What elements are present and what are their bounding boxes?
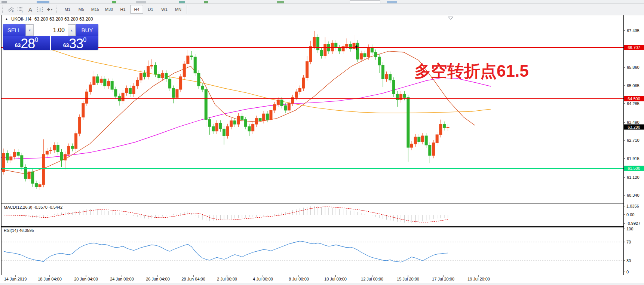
price-axis-label: 63.490 xyxy=(627,120,640,125)
candle xyxy=(183,64,185,77)
candle xyxy=(244,120,247,127)
price-badge: 64.500 xyxy=(628,96,640,101)
candle xyxy=(172,88,175,98)
time-axis-label: 2 Jul 00:00 xyxy=(217,277,237,281)
time-axis[interactable]: 14 Jun 201918 Jun 04:0020 Jun 04:0024 Ju… xyxy=(4,275,490,281)
price-badge: 66.707 xyxy=(628,45,640,50)
candle xyxy=(42,154,45,185)
sell-price-sup: 0 xyxy=(35,37,38,43)
horizontal-levels[interactable] xyxy=(1,48,623,168)
candle xyxy=(169,79,171,88)
candle xyxy=(161,73,164,78)
volume-stepper: ▾ 1.00 ▴ xyxy=(25,24,76,36)
rsi-axis-label: 100 xyxy=(626,227,633,231)
buy-price[interactable]: 63 33 0 xyxy=(51,36,98,50)
volume-decrease-button[interactable]: ▾ xyxy=(26,24,34,36)
candle xyxy=(46,151,48,154)
candle xyxy=(259,119,261,121)
candle xyxy=(125,88,128,93)
chart-title: ▲ UKOil-,H4 63.280 63.280 63.280 63.280 xyxy=(5,16,93,22)
mt4-window: EFAT✥▾ M1M5M15M30H1H4D1W1MN ▲ UKOil-,H4 … xyxy=(0,0,644,285)
candle xyxy=(432,143,435,156)
candle xyxy=(86,92,88,103)
candle xyxy=(284,105,287,110)
candle xyxy=(143,73,146,77)
candle xyxy=(316,37,319,50)
candle xyxy=(324,44,326,56)
price-axis-label: 65.065 xyxy=(627,83,640,88)
candle xyxy=(75,134,77,148)
candle xyxy=(349,44,352,49)
candle xyxy=(122,93,124,101)
time-axis-label: 28 Jun 04:00 xyxy=(181,277,205,281)
candle xyxy=(17,152,19,156)
buy-button[interactable]: BUY xyxy=(76,24,98,36)
chart-markers xyxy=(355,17,453,50)
candle xyxy=(230,121,233,127)
candle xyxy=(212,126,214,131)
candle xyxy=(201,86,204,89)
collapse-arrow-icon[interactable]: ▲ xyxy=(5,17,8,21)
candle xyxy=(331,43,334,51)
candle xyxy=(56,145,59,152)
candle xyxy=(266,114,269,120)
ma-redorange xyxy=(1,51,475,174)
candle xyxy=(100,79,102,82)
candle xyxy=(39,184,41,187)
price-axis-label: 67.435 xyxy=(627,28,640,33)
sell-button[interactable]: SELL xyxy=(3,24,25,36)
candle xyxy=(233,121,236,124)
candle xyxy=(194,57,196,73)
chart-text-annotation[interactable]: 多空转折点61.5 xyxy=(414,60,529,82)
candle xyxy=(24,167,27,179)
candlestick-series xyxy=(3,31,450,190)
candle xyxy=(367,47,370,57)
candle xyxy=(320,50,323,56)
candle xyxy=(338,48,341,51)
candle xyxy=(6,153,9,160)
candle xyxy=(356,43,359,59)
price-badge: 63.280 xyxy=(628,125,640,129)
candle xyxy=(107,81,110,86)
price-axis-label: 61.915 xyxy=(627,156,640,161)
volume-increase-button[interactable]: ▴ xyxy=(68,24,76,36)
candle xyxy=(82,103,85,117)
rsi-label: RSI(14) 46.3595 xyxy=(4,228,34,233)
chart-shift-marker[interactable] xyxy=(448,17,453,19)
candle xyxy=(241,116,243,119)
sell-price[interactable]: 63 28 0 xyxy=(3,36,50,50)
candle xyxy=(280,100,283,106)
candle xyxy=(436,135,438,143)
time-axis-label: 24 Jun 00:00 xyxy=(110,277,134,281)
price-axis[interactable]: 67.43565.86065.06564.28563.49062.71061.9… xyxy=(623,28,644,197)
macd-label: MACD(12,26,9) -0.3570 -0.5442 xyxy=(4,205,62,209)
candle xyxy=(277,100,279,104)
candle xyxy=(226,126,229,136)
candle xyxy=(129,88,131,94)
candle xyxy=(132,86,135,94)
candle xyxy=(208,120,211,127)
candle xyxy=(392,80,395,94)
macd-panel: 1.03560.00-0.9927 xyxy=(4,204,640,226)
candle xyxy=(71,146,74,148)
time-axis-label: 19 Jul 20:00 xyxy=(467,277,490,281)
candle xyxy=(89,85,92,92)
candle xyxy=(31,172,34,183)
buy-price-big: 33 xyxy=(69,38,83,49)
candle xyxy=(403,94,406,97)
rsi-axis-label: 30 xyxy=(626,258,631,263)
candle xyxy=(180,77,182,89)
candle xyxy=(176,89,178,98)
candle xyxy=(10,157,12,160)
candle xyxy=(139,73,142,80)
price-axis-label: 61.120 xyxy=(627,175,640,180)
candle xyxy=(78,117,81,133)
candle xyxy=(407,98,410,147)
ohlc-values: 63.280 63.280 63.280 63.280 xyxy=(34,16,93,22)
panel-borders xyxy=(1,15,624,275)
volume-input[interactable]: 1.00 xyxy=(34,24,68,36)
candle xyxy=(96,77,99,83)
price-axis-label: 62.710 xyxy=(627,138,640,142)
candle xyxy=(3,153,5,172)
candle xyxy=(421,136,424,142)
